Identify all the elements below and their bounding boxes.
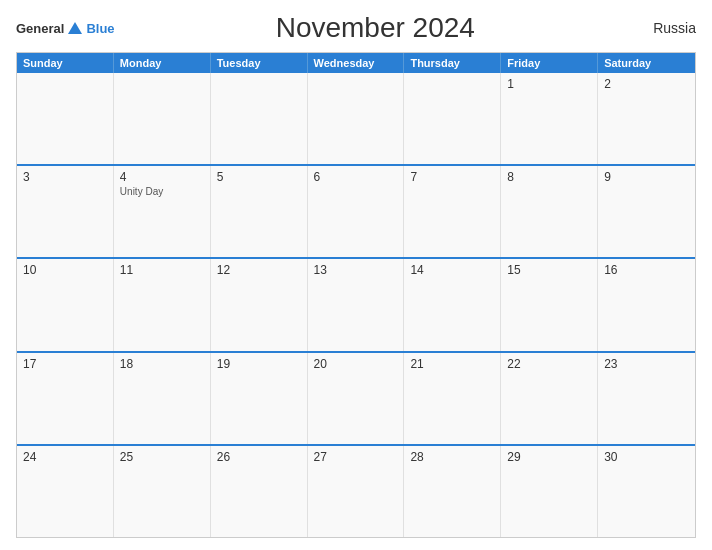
day-number: 19 xyxy=(217,357,301,371)
day-number: 30 xyxy=(604,450,689,464)
calendar-day: 30 xyxy=(598,446,695,537)
calendar-day: 20 xyxy=(308,353,405,444)
calendar-day: 21 xyxy=(404,353,501,444)
logo-blue-text: Blue xyxy=(86,21,114,36)
calendar-day: 18 xyxy=(114,353,211,444)
calendar-header-cell: Friday xyxy=(501,53,598,73)
calendar-header-cell: Saturday xyxy=(598,53,695,73)
calendar-day xyxy=(114,73,211,164)
day-number: 28 xyxy=(410,450,494,464)
day-number: 15 xyxy=(507,263,591,277)
day-number: 20 xyxy=(314,357,398,371)
calendar-day: 6 xyxy=(308,166,405,257)
day-number: 11 xyxy=(120,263,204,277)
day-number: 9 xyxy=(604,170,689,184)
calendar-header-cell: Thursday xyxy=(404,53,501,73)
day-number: 16 xyxy=(604,263,689,277)
day-number: 12 xyxy=(217,263,301,277)
calendar-day: 16 xyxy=(598,259,695,350)
calendar-day: 7 xyxy=(404,166,501,257)
calendar-day xyxy=(404,73,501,164)
calendar-day: 11 xyxy=(114,259,211,350)
calendar-day: 29 xyxy=(501,446,598,537)
day-number: 22 xyxy=(507,357,591,371)
day-number: 23 xyxy=(604,357,689,371)
calendar-day: 26 xyxy=(211,446,308,537)
calendar-week: 12 xyxy=(17,73,695,164)
calendar-week: 24252627282930 xyxy=(17,444,695,537)
calendar-day: 28 xyxy=(404,446,501,537)
day-number: 1 xyxy=(507,77,591,91)
day-number: 14 xyxy=(410,263,494,277)
calendar-day: 9 xyxy=(598,166,695,257)
day-number: 29 xyxy=(507,450,591,464)
calendar-day: 24 xyxy=(17,446,114,537)
country-label: Russia xyxy=(636,20,696,36)
day-number: 10 xyxy=(23,263,107,277)
day-number: 21 xyxy=(410,357,494,371)
calendar-day: 17 xyxy=(17,353,114,444)
calendar-day xyxy=(17,73,114,164)
calendar-header-cell: Sunday xyxy=(17,53,114,73)
calendar-day: 14 xyxy=(404,259,501,350)
calendar-day: 23 xyxy=(598,353,695,444)
page: General Blue November 2024 Russia Sunday… xyxy=(0,0,712,550)
day-number: 18 xyxy=(120,357,204,371)
calendar-header-row: SundayMondayTuesdayWednesdayThursdayFrid… xyxy=(17,53,695,73)
calendar-header-cell: Monday xyxy=(114,53,211,73)
calendar-day: 1 xyxy=(501,73,598,164)
day-number: 2 xyxy=(604,77,689,91)
calendar-header-cell: Tuesday xyxy=(211,53,308,73)
calendar-day xyxy=(308,73,405,164)
calendar-body: 1234Unity Day567891011121314151617181920… xyxy=(17,73,695,537)
day-number: 25 xyxy=(120,450,204,464)
calendar-day: 10 xyxy=(17,259,114,350)
calendar-day: 25 xyxy=(114,446,211,537)
day-number: 17 xyxy=(23,357,107,371)
day-number: 8 xyxy=(507,170,591,184)
day-number: 6 xyxy=(314,170,398,184)
header: General Blue November 2024 Russia xyxy=(16,12,696,44)
calendar-header-cell: Wednesday xyxy=(308,53,405,73)
calendar: SundayMondayTuesdayWednesdayThursdayFrid… xyxy=(16,52,696,538)
day-number: 26 xyxy=(217,450,301,464)
calendar-day xyxy=(211,73,308,164)
logo: General Blue xyxy=(16,21,115,36)
day-number: 4 xyxy=(120,170,204,184)
day-number: 24 xyxy=(23,450,107,464)
day-number: 7 xyxy=(410,170,494,184)
calendar-day: 12 xyxy=(211,259,308,350)
calendar-day: 27 xyxy=(308,446,405,537)
logo-general-text: General xyxy=(16,21,64,36)
month-title: November 2024 xyxy=(115,12,636,44)
calendar-day: 15 xyxy=(501,259,598,350)
calendar-day: 13 xyxy=(308,259,405,350)
calendar-week: 17181920212223 xyxy=(17,351,695,444)
calendar-day: 5 xyxy=(211,166,308,257)
day-event: Unity Day xyxy=(120,186,204,197)
calendar-day: 4Unity Day xyxy=(114,166,211,257)
calendar-day: 8 xyxy=(501,166,598,257)
day-number: 5 xyxy=(217,170,301,184)
calendar-day: 2 xyxy=(598,73,695,164)
calendar-week: 10111213141516 xyxy=(17,257,695,350)
calendar-day: 3 xyxy=(17,166,114,257)
calendar-day: 22 xyxy=(501,353,598,444)
day-number: 13 xyxy=(314,263,398,277)
logo-triangle-icon xyxy=(68,22,82,34)
calendar-day: 19 xyxy=(211,353,308,444)
day-number: 27 xyxy=(314,450,398,464)
day-number: 3 xyxy=(23,170,107,184)
calendar-week: 34Unity Day56789 xyxy=(17,164,695,257)
